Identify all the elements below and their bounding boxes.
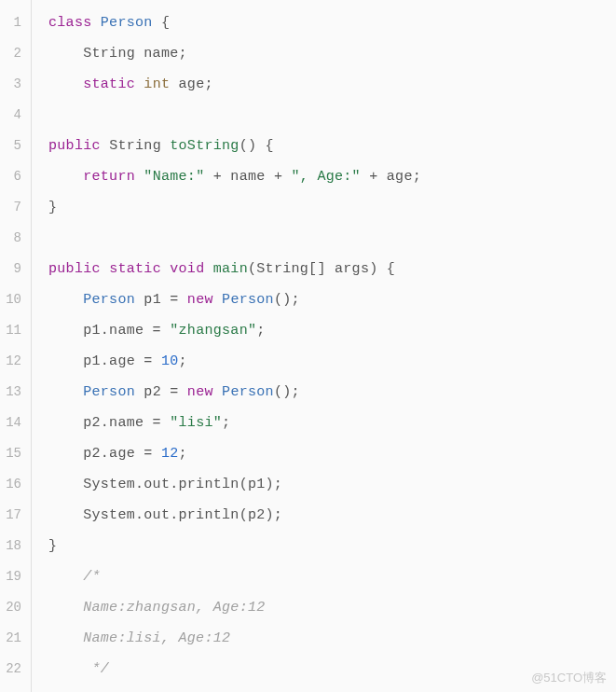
token: } bbox=[48, 200, 57, 215]
line-number: 10 bbox=[0, 284, 31, 315]
token bbox=[48, 292, 83, 308]
token: + name + bbox=[204, 169, 291, 185]
code-block: 12345678910111213141516171819202122 clas… bbox=[0, 0, 616, 692]
code-line bbox=[48, 223, 616, 254]
line-number: 9 bbox=[0, 254, 31, 284]
token: ", Age:" bbox=[291, 169, 360, 185]
token: { bbox=[161, 15, 170, 31]
line-number: 12 bbox=[0, 346, 31, 377]
token bbox=[48, 76, 83, 92]
line-number: 7 bbox=[0, 192, 31, 223]
line-number: 19 bbox=[0, 561, 31, 592]
token: void bbox=[170, 261, 213, 277]
line-number: 1 bbox=[0, 7, 31, 38]
token: main bbox=[213, 261, 248, 277]
token: System.out.println(p2); bbox=[48, 507, 282, 523]
token: Person bbox=[83, 384, 144, 400]
line-number: 17 bbox=[0, 500, 31, 531]
token: p2.name = bbox=[48, 415, 170, 431]
token: ; bbox=[222, 415, 230, 431]
code-line: public static void main(String[] args) { bbox=[48, 254, 616, 284]
token: Name:lisi, Age:12 bbox=[48, 630, 230, 646]
token: (); bbox=[274, 292, 300, 308]
line-number: 6 bbox=[0, 161, 31, 192]
token: class bbox=[48, 15, 101, 31]
line-number: 18 bbox=[0, 531, 31, 561]
code-line: Person p1 = new Person(); bbox=[48, 284, 616, 315]
code-line: } bbox=[48, 531, 616, 561]
token: } bbox=[48, 538, 57, 554]
line-number: 4 bbox=[0, 100, 31, 131]
code-line bbox=[48, 100, 616, 131]
token: ; bbox=[256, 323, 265, 339]
token: Person bbox=[222, 384, 274, 400]
line-number: 20 bbox=[0, 592, 31, 623]
token: String bbox=[109, 138, 170, 154]
code-line: Name:lisi, Age:12 bbox=[48, 623, 616, 654]
line-number: 8 bbox=[0, 223, 31, 254]
line-number-gutter: 12345678910111213141516171819202122 bbox=[0, 0, 32, 692]
token: ; bbox=[179, 353, 187, 369]
line-number: 2 bbox=[0, 38, 31, 69]
code-line: /* bbox=[48, 561, 616, 592]
token: (String[] args) { bbox=[248, 261, 395, 277]
token: (); bbox=[274, 384, 300, 400]
token: p2 = bbox=[144, 384, 187, 400]
line-number: 5 bbox=[0, 131, 31, 161]
token: p1 = bbox=[144, 292, 187, 308]
code-line: p2.name = "lisi"; bbox=[48, 408, 616, 438]
code-line: } bbox=[48, 192, 616, 223]
token: public bbox=[48, 138, 109, 154]
code-line: Person p2 = new Person(); bbox=[48, 377, 616, 408]
line-number: 14 bbox=[0, 408, 31, 438]
token: */ bbox=[48, 661, 109, 677]
token: Person bbox=[83, 292, 144, 308]
token: + age; bbox=[361, 169, 421, 185]
token: String name; bbox=[48, 46, 187, 62]
token: () { bbox=[240, 138, 274, 154]
token: ; bbox=[179, 446, 187, 462]
token: Name:zhangsan, Age:12 bbox=[48, 600, 266, 616]
line-number: 3 bbox=[0, 69, 31, 100]
token: Person bbox=[222, 292, 274, 308]
token: new bbox=[187, 292, 222, 308]
code-line: System.out.println(p1); bbox=[48, 469, 616, 500]
token: static bbox=[83, 76, 144, 92]
token: p1.name = bbox=[48, 323, 170, 339]
code-line: System.out.println(p2); bbox=[48, 500, 616, 531]
token: static bbox=[109, 261, 170, 277]
code-line: return "Name:" + name + ", Age:" + age; bbox=[48, 161, 616, 192]
token: "lisi" bbox=[170, 415, 222, 431]
token: /* bbox=[48, 569, 101, 585]
line-number: 13 bbox=[0, 377, 31, 408]
code-line: p1.age = 10; bbox=[48, 346, 616, 377]
code-line: p2.age = 12; bbox=[48, 438, 616, 469]
token: p1.age = bbox=[48, 353, 161, 369]
code-line: String name; bbox=[48, 38, 616, 69]
code-line: Name:zhangsan, Age:12 bbox=[48, 592, 616, 623]
token: new bbox=[187, 384, 222, 400]
line-number: 15 bbox=[0, 438, 31, 469]
token bbox=[48, 169, 83, 185]
token: 10 bbox=[161, 353, 179, 369]
code-line: public String toString() { bbox=[48, 131, 616, 161]
line-number: 21 bbox=[0, 623, 31, 654]
token: toString bbox=[170, 138, 239, 154]
watermark: @51CTO博客 bbox=[531, 670, 607, 686]
token: System.out.println(p1); bbox=[48, 477, 282, 492]
token: p2.age = bbox=[48, 446, 161, 462]
code-line: class Person { bbox=[48, 7, 616, 38]
line-number: 22 bbox=[0, 654, 31, 685]
line-number: 16 bbox=[0, 469, 31, 500]
code-content: class Person { String name; static int a… bbox=[32, 0, 616, 692]
token: "Name:" bbox=[144, 169, 204, 185]
token: public bbox=[48, 261, 109, 277]
code-line: static int age; bbox=[48, 69, 616, 100]
token: age; bbox=[179, 76, 213, 92]
token: Person bbox=[101, 15, 161, 31]
token bbox=[48, 384, 83, 400]
code-line: p1.name = "zhangsan"; bbox=[48, 315, 616, 346]
token: return bbox=[83, 169, 144, 185]
token: int bbox=[144, 76, 178, 92]
token: 12 bbox=[161, 446, 179, 462]
